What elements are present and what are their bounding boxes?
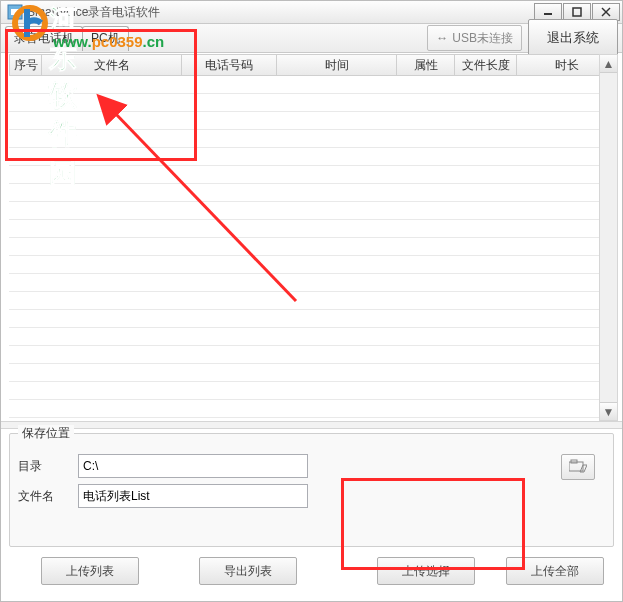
table-body[interactable] [9,75,618,421]
table-row [9,129,618,148]
tab-pc[interactable]: PC机 [82,26,129,51]
table-row [9,111,618,130]
app-icon [7,4,23,20]
app-window: SmartVoice录音电话软件 录音电话机 PC机 ↔ USB未连接 退出系统… [0,0,623,602]
browse-icon [569,459,587,476]
table-row [9,273,618,292]
col-phone[interactable]: 电话号码 [182,55,277,75]
exit-button[interactable]: 退出系统 [528,19,618,57]
col-attr[interactable]: 属性 [397,55,455,75]
tab-recorder[interactable]: 录音电话机 [5,26,83,51]
table-row [9,399,618,418]
table-row [9,93,618,112]
table-row [9,165,618,184]
usb-arrow-icon: ↔ [436,31,448,45]
table-row [9,255,618,274]
svg-rect-3 [573,8,581,16]
table-row [9,291,618,310]
vertical-scrollbar[interactable]: ▲ ▼ [599,54,618,421]
usb-status: ↔ USB未连接 [427,25,522,51]
filename-label: 文件名 [18,488,78,505]
records-table: 序号 文件名 电话号码 时间 属性 文件长度 时长 [9,54,618,421]
save-location-group: 保存位置 目录 文件名 [9,433,614,547]
table-row [9,237,618,256]
table-row [9,147,618,166]
col-time[interactable]: 时间 [277,55,397,75]
group-legend: 保存位置 [18,425,74,442]
window-title: SmartVoice录音电话软件 [27,4,534,21]
table-row [9,219,618,238]
bottom-panel: 保存位置 目录 文件名 上传列表 导出列表 上传选择 上传全部 [1,421,622,601]
splitter[interactable] [1,421,622,429]
svg-rect-1 [11,9,19,15]
toolbar: 录音电话机 PC机 ↔ USB未连接 退出系统 [1,24,622,53]
scroll-down-icon[interactable]: ▼ [600,402,617,420]
table-row [9,309,618,328]
upload-selected-button[interactable]: 上传选择 [377,557,475,585]
col-filename[interactable]: 文件名 [42,55,182,75]
table-row [9,201,618,220]
filename-input[interactable] [78,484,308,508]
table-row [9,327,618,346]
upload-all-button[interactable]: 上传全部 [506,557,604,585]
table-row [9,75,618,94]
col-index[interactable]: 序号 [10,55,42,75]
browse-button[interactable] [561,454,595,480]
table-row [9,363,618,382]
table-header: 序号 文件名 电话号码 时间 属性 文件长度 时长 [9,54,618,76]
button-row: 上传列表 导出列表 上传选择 上传全部 [11,557,612,585]
export-list-button[interactable]: 导出列表 [199,557,297,585]
dir-label: 目录 [18,458,78,475]
col-filesize[interactable]: 文件长度 [455,55,517,75]
scroll-up-icon[interactable]: ▲ [600,55,617,73]
table-row [9,183,618,202]
table-row [9,345,618,364]
dir-input[interactable] [78,454,308,478]
table-row [9,381,618,400]
upload-list-button[interactable]: 上传列表 [41,557,139,585]
